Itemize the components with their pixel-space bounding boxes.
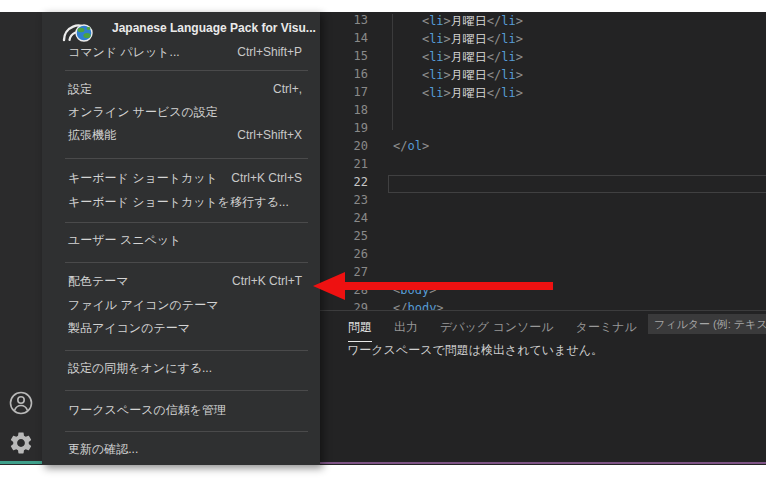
line-code: </ol> <box>393 139 429 153</box>
line-code: <li>月曜日</li> <box>393 85 523 102</box>
menu-item-settings[interactable]: 設定Ctrl+, <box>68 81 302 98</box>
line-code: <li>月曜日</li> <box>393 13 523 30</box>
menu-item-command-palette[interactable]: コマンド パレット...Ctrl+Shift+P <box>68 44 302 61</box>
menu-item-extensions[interactable]: 拡張機能Ctrl+Shift+X <box>68 127 302 144</box>
shortcut-label: Ctrl+Shift+X <box>237 127 302 144</box>
line-number: 14 <box>330 31 368 45</box>
menu-item-turn-on-settings-sync[interactable]: 設定の同期をオンにする... <box>68 360 302 377</box>
account-icon[interactable] <box>8 390 34 416</box>
menu-header-language-pack[interactable]: Japanese Language Pack for Visu... <box>42 12 320 48</box>
menu-item-online-services-settings[interactable]: オンライン サービスの設定 <box>68 104 302 121</box>
menu-item-file-icon-theme[interactable]: ファイル アイコンのテーマ <box>68 297 302 314</box>
line-number: 24 <box>330 211 368 225</box>
line-number: 17 <box>330 85 368 99</box>
language-pack-logo-icon <box>61 15 96 42</box>
line-number: 13 <box>330 13 368 27</box>
line-number: 16 <box>330 67 368 81</box>
problems-filter-input[interactable]: フィルター (例: テキスト、** <box>648 314 766 334</box>
menu-separator <box>65 390 308 391</box>
screenshot-root: 13 <li>月曜日</li>14 <li>月曜日</li>15 <li>月曜日… <box>0 0 768 480</box>
menu-item-product-icon-theme[interactable]: 製品アイコンのテーマ <box>68 320 302 337</box>
no-problems-message: ワークスペースで問題は検出されていません。 <box>347 342 603 359</box>
line-number: 20 <box>330 139 368 153</box>
shortcut-label: Ctrl+Shift+P <box>237 44 302 61</box>
line-number: 23 <box>330 193 368 207</box>
menu-item-manage-workspace-trust[interactable]: ワークスペースの信頼を管理 <box>68 402 302 419</box>
menu-header-title: Japanese Language Pack for Visu... <box>112 21 316 35</box>
shortcut-label: Ctrl+, <box>273 81 302 98</box>
tab-terminal[interactable]: ターミナル <box>576 319 637 336</box>
line-code: <li>月曜日</li> <box>393 31 523 48</box>
tab-output[interactable]: 出力 <box>394 319 418 336</box>
menu-separator <box>65 350 308 351</box>
tab-debug-console[interactable]: デバッグ コンソール <box>440 319 554 336</box>
red-pointer-arrow <box>300 260 560 306</box>
activity-bar <box>0 12 42 465</box>
manage-menu: Japanese Language Pack for Visu... コマンド … <box>42 12 320 465</box>
menu-separator <box>65 262 308 263</box>
line-number: 22 <box>330 175 368 189</box>
line-number: 25 <box>330 229 368 243</box>
tab-problems[interactable]: 問題 <box>348 319 372 336</box>
settings-gear-icon[interactable] <box>8 430 34 456</box>
line-number: 15 <box>330 49 368 63</box>
line-number: 18 <box>330 103 368 117</box>
menu-separator <box>65 158 308 159</box>
line-number: 19 <box>330 121 368 135</box>
menu-item-user-snippets[interactable]: ユーザー スニペット <box>68 232 302 249</box>
shortcut-label: Ctrl+K Ctrl+S <box>231 170 302 187</box>
panel-tabs: 問題 出力 デバッグ コンソール ターミナル <box>348 319 637 336</box>
menu-item-keyboard-shortcuts[interactable]: キーボード ショートカットCtrl+K Ctrl+S <box>68 170 302 187</box>
menu-item-color-theme[interactable]: 配色テーマCtrl+K Ctrl+T <box>68 273 302 290</box>
menu-separator <box>65 70 308 71</box>
line-code: <li>月曜日</li> <box>393 67 523 84</box>
menu-item-check-for-updates[interactable]: 更新の確認... <box>68 441 302 458</box>
line-code: <li>月曜日</li> <box>393 49 523 66</box>
status-remote-indicator[interactable] <box>0 461 42 464</box>
line-number: 26 <box>330 247 368 261</box>
menu-separator <box>65 431 308 432</box>
menu-separator <box>65 222 308 223</box>
menu-item-migrate-keyboard-shortcuts[interactable]: キーボード ショートカットを移行する... <box>68 194 302 211</box>
line-number: 21 <box>330 157 368 171</box>
shortcut-label: Ctrl+K Ctrl+T <box>232 273 302 290</box>
